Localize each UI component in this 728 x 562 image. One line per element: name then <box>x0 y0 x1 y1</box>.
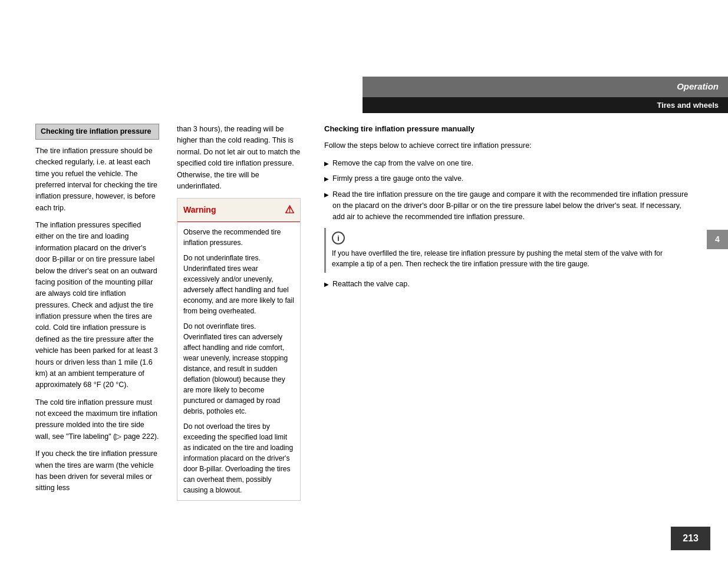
section-heading-left: Checking tire inflation pressure <box>35 124 159 140</box>
warning-para-4: Do not overload the tires by exceeding t… <box>183 421 294 495</box>
step-2: Firmly press a tire gauge onto the valve… <box>324 173 693 184</box>
tires-section-bar: Tires and wheels <box>363 97 728 114</box>
warning-para-2: Do not underinflate tires. Underinflated… <box>183 253 294 316</box>
step-3-text: Read the tire inflation pressure on the … <box>332 189 693 222</box>
right-intro: Follow the steps below to achieve correc… <box>324 140 693 151</box>
warning-box: Warning ⚠ Observe the recommended tire i… <box>177 198 301 501</box>
steps-list: Remove the cap from the valve on one tir… <box>324 158 693 223</box>
step-4: Reattach the valve cap. <box>324 279 693 290</box>
operation-label: Operation <box>677 81 719 91</box>
step-2-text: Firmly press a tire gauge onto the valve… <box>332 173 463 184</box>
left-para-3: The cold tire inflation pressure must no… <box>35 397 159 443</box>
left-column: Checking tire inflation pressure The tir… <box>35 124 171 515</box>
warning-content: Observe the recommended tire inflation p… <box>177 222 300 500</box>
middle-column: than 3 hours), the reading will be highe… <box>171 124 312 515</box>
page-number: 213 <box>671 527 710 550</box>
left-para-1: The tire inflation pressure should be ch… <box>35 146 159 214</box>
step-1: Remove the cap from the valve on one tir… <box>324 158 693 169</box>
mid-continuation: than 3 hours), the reading will be highe… <box>177 124 301 192</box>
final-step-list: Reattach the valve cap. <box>324 279 693 290</box>
warning-para-3: Do not overinflate tires. Overinflated t… <box>183 321 294 416</box>
operation-bar: Operation <box>363 77 728 97</box>
info-text: If you have overfilled the tire, release… <box>332 248 687 269</box>
header: Operation Tires and wheels <box>363 77 728 113</box>
right-heading: Checking tire inflation pressure manuall… <box>324 124 693 134</box>
step-3: Read the tire inflation pressure on the … <box>324 189 693 222</box>
info-icon: i <box>332 232 345 244</box>
left-para-2: The inflation pressures specified either… <box>35 220 159 391</box>
main-content: Checking tire inflation pressure The tir… <box>35 124 693 515</box>
warning-header: Warning ⚠ <box>177 199 300 222</box>
warning-icon: ⚠ <box>285 202 294 218</box>
left-para-4: If you check the tire inflation pressure… <box>35 448 159 494</box>
warning-para-1: Observe the recommended tire inflation p… <box>183 227 294 248</box>
page-section-tab: 4 <box>707 230 728 249</box>
step-4-text: Reattach the valve cap. <box>332 279 410 290</box>
info-box: i If you have overfilled the tire, relea… <box>324 228 693 273</box>
step-1-text: Remove the cap from the valve on one tir… <box>332 158 473 169</box>
tires-label: Tires and wheels <box>657 101 719 110</box>
right-column: Checking tire inflation pressure manuall… <box>312 124 693 515</box>
warning-title: Warning <box>183 204 216 216</box>
